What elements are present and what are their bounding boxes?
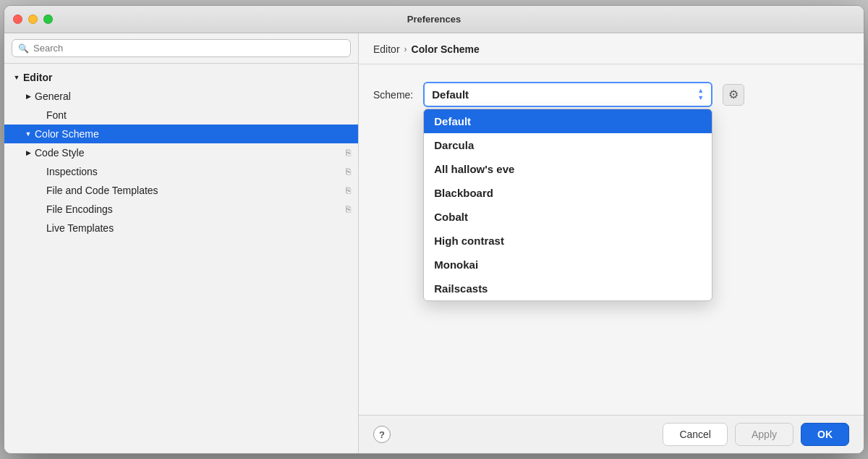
sidebar-item-label: File Encodings: [46, 203, 113, 215]
dropdown-arrows-icon: ▲ ▼: [697, 88, 704, 101]
search-bar: 🔍: [4, 33, 358, 64]
breadcrumb-arrow: ›: [404, 44, 407, 54]
close-button[interactable]: [13, 14, 22, 24]
scheme-dropdown-button[interactable]: Default ▲ ▼: [423, 82, 712, 107]
cancel-button[interactable]: Cancel: [663, 423, 728, 446]
sidebar-item-live-templates[interactable]: Live Templates: [4, 219, 358, 237]
footer: ? Cancel Apply OK: [359, 415, 864, 453]
sidebar-item-label: Color Scheme: [35, 128, 99, 140]
dropdown-item-high-contrast[interactable]: High contrast: [424, 229, 712, 253]
sidebar-item-label: Inspections: [46, 166, 98, 177]
content-area: Scheme: Default ▲ ▼ Default: [359, 64, 864, 415]
dropdown-item-darcula[interactable]: Darcula: [424, 133, 712, 157]
dropdown-item-blackboard[interactable]: Blackboard: [424, 181, 712, 205]
titlebar: Preferences: [4, 6, 864, 33]
ok-button[interactable]: OK: [801, 423, 849, 446]
search-input-wrap: 🔍: [12, 39, 351, 57]
sidebar-item-label: File and Code Templates: [46, 185, 158, 196]
triangle-icon: [25, 93, 32, 100]
sidebar-item-file-code-templates[interactable]: File and Code Templates ⎘: [4, 181, 358, 200]
sidebar-item-label: Font: [46, 109, 67, 121]
sidebar-item-label: General: [35, 90, 71, 102]
preferences-window: Preferences 🔍 Editor General: [4, 5, 864, 454]
dropdown-item-railscasts[interactable]: Railscasts: [424, 277, 712, 300]
window-body: 🔍 Editor General Font: [4, 33, 864, 453]
scheme-dropdown-list-inner: Default Darcula All hallow's eve Blackbo…: [424, 109, 712, 300]
dropdown-item-all-hallows[interactable]: All hallow's eve: [424, 157, 712, 181]
window-controls: [13, 14, 53, 24]
breadcrumb-section: Editor: [373, 43, 400, 55]
sidebar-item-label: Editor: [23, 72, 52, 83]
sidebar: 🔍 Editor General Font: [4, 33, 359, 453]
sidebar-item-code-style[interactable]: Code Style ⎘: [4, 143, 358, 162]
sidebar-item-color-scheme[interactable]: Color Scheme: [4, 125, 358, 143]
window-title: Preferences: [407, 14, 461, 25]
scheme-dropdown-wrap: Default ▲ ▼ Default Darcula All hallow's…: [423, 82, 712, 107]
search-input[interactable]: [33, 43, 344, 54]
copy-icon: ⎘: [346, 167, 351, 177]
search-icon: 🔍: [18, 43, 29, 54]
triangle-icon: [25, 149, 32, 156]
maximize-button[interactable]: [43, 14, 53, 24]
footer-buttons: Cancel Apply OK: [663, 423, 849, 446]
sidebar-item-label: Live Templates: [46, 222, 114, 234]
sidebar-item-label: Code Style: [35, 147, 84, 159]
dropdown-item-default[interactable]: Default: [424, 109, 712, 133]
main-content: Editor › Color Scheme Scheme: Default ▲ …: [359, 33, 864, 453]
sidebar-item-file-encodings[interactable]: File Encodings ⎘: [4, 200, 358, 219]
breadcrumb: Editor › Color Scheme: [359, 33, 864, 64]
copy-icon: ⎘: [346, 148, 351, 158]
sidebar-item-general[interactable]: General: [4, 87, 358, 106]
dropdown-item-monokai[interactable]: Monokai: [424, 253, 712, 277]
sidebar-item-inspections[interactable]: Inspections ⎘: [4, 162, 358, 181]
gear-button[interactable]: ⚙: [723, 84, 744, 106]
dropdown-item-cobalt[interactable]: Cobalt: [424, 205, 712, 229]
apply-button[interactable]: Apply: [735, 423, 793, 446]
breadcrumb-current: Color Scheme: [412, 43, 480, 55]
scheme-label: Scheme:: [373, 89, 413, 101]
scheme-selected-value: Default: [432, 88, 469, 101]
sidebar-tree: Editor General Font Color Scheme: [4, 64, 358, 453]
copy-icon: ⎘: [346, 204, 351, 214]
triangle-icon: [25, 130, 32, 138]
copy-icon: ⎘: [346, 185, 351, 195]
scheme-row: Scheme: Default ▲ ▼ Default: [373, 82, 849, 107]
sidebar-item-editor[interactable]: Editor: [4, 68, 358, 87]
help-button[interactable]: ?: [373, 426, 391, 443]
sidebar-item-font[interactable]: Font: [4, 106, 358, 125]
scheme-dropdown-list: Default Darcula All hallow's eve Blackbo…: [423, 109, 712, 301]
gear-icon: ⚙: [728, 88, 739, 101]
triangle-icon: [13, 74, 20, 81]
help-icon: ?: [379, 429, 385, 440]
minimize-button[interactable]: [28, 14, 38, 24]
